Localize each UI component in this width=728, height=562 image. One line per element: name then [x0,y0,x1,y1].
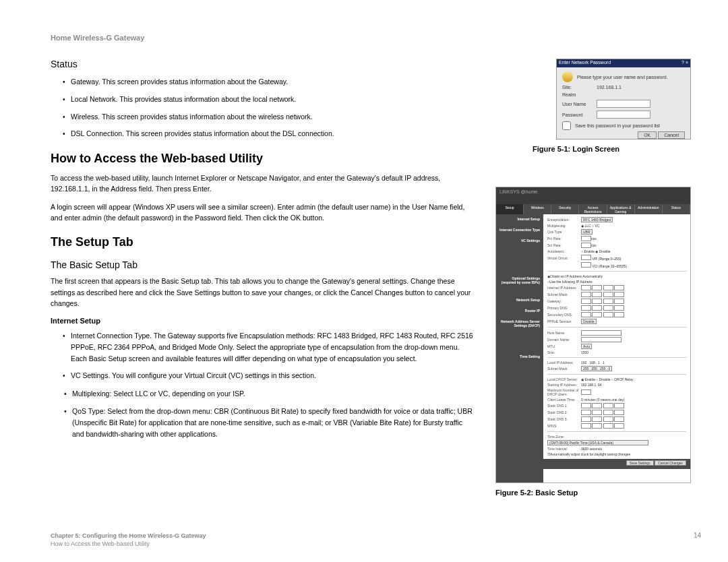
side-label: Router IP [497,309,542,313]
tab-setup[interactable]: Setup [496,204,524,214]
login-dialog-title: Enter Network Password [559,60,611,67]
page-number: 14 [694,532,701,539]
cancel-button[interactable]: Cancel [658,131,685,139]
s1-label: Static DNS 1: [547,404,581,408]
access-para-1: To access the web-based utility, launch … [51,173,475,195]
lease-value[interactable]: 0 minutes (0 means one day) [581,398,625,402]
host-label: Host Name: [547,331,581,335]
tab-apps[interactable]: Applications & Gaming [607,204,635,214]
figure-basic-setup: LINKSYS @home Setup Wireless Security Ac… [495,187,691,483]
max-input[interactable] [581,389,591,395]
wins-label: WINS: [547,424,581,428]
setup-config-panel: Encapsulation:RFC 1483 Bridged Multiplex… [543,214,690,482]
ip-label: Internet IP Address: [547,286,581,290]
tab-status[interactable]: Status [663,204,690,214]
status-heading: Status [51,59,475,69]
user-input[interactable] [597,100,650,108]
scr-input[interactable] [581,243,591,248]
setup-nav: Setup Wireless Security Access Restricti… [496,204,690,214]
use-label[interactable]: Use the following IP Address: [549,280,593,284]
scr-label: Scr Rate: [547,243,581,247]
ip-1[interactable] [581,285,591,290]
mask-label: Subnet Mask: [547,292,581,296]
save-pw-checkbox[interactable] [562,121,571,130]
figure-login-caption: Figure 5-1: Login Screen [533,145,691,153]
qos-select[interactable]: UBR [581,229,593,235]
pw-label: Password [562,113,593,117]
side-label: Optional Settings (required by some ISPs… [497,276,542,284]
side-label: Network Setup [497,298,542,302]
pdns-label: Primary DNS: [547,306,581,310]
realm-label: Realm [562,92,593,97]
side-label: VC Settings [497,239,542,243]
internet-subitem: Multiplexing: Select LLC or VC, dependin… [64,388,475,400]
lease-label: Client Lease Time: [547,398,581,402]
mtu-label: MTU: [547,344,581,348]
vpi-input[interactable] [581,255,591,260]
key-icon [562,71,573,82]
tab-admin[interactable]: Administration [635,204,663,214]
ti-value[interactable]: 3600 seconds [581,447,602,451]
start-value[interactable]: 192.168.1. 64 [581,383,602,387]
pppoe-label: PPPoE Session: [547,319,581,323]
size-label: Size: [547,350,581,354]
qos-label: Qos Type: [547,230,581,234]
cancel-changes-button[interactable]: Cancel Changes [655,460,686,466]
pw-input[interactable] [597,111,650,119]
dhcp-label: Local DHCP Server: [547,377,581,381]
document-header: Home Wireless-G Gateway [51,34,701,42]
domain-label: Domain Name: [547,338,581,342]
lip-value[interactable]: 192 . 168 . 1 . 1 [581,361,605,365]
smask-select[interactable]: 255 . 255 . 255 . 0 [581,366,612,371]
status-list: Gateway. This screen provides status inf… [63,76,475,139]
side-label: Internet Connection Type [497,228,542,232]
enc-select[interactable]: RFC 1483 Bridged [581,217,613,222]
max-label: Maximum Number of DHCP Users: [547,388,581,396]
adj-label[interactable]: Automatically adjust clock for daylight … [550,452,630,456]
auto-value[interactable]: ○ Enable ◉ Disable [581,249,686,253]
tab-access[interactable]: Access Restrictions [579,204,607,214]
internet-sublist: Multiplexing: Select LLC or VC, dependin… [64,388,475,439]
close-icons: ? × [681,60,688,67]
side-label: Internet Setup [497,217,542,221]
size-value: 1500 [581,350,588,354]
status-item: Gateway. This screen provides status inf… [63,76,475,88]
login-msg: Please type your user name and password. [577,75,668,80]
vci-input[interactable] [581,262,591,268]
s2-label: Static DNS 2: [547,410,581,414]
access-para-2: A login screen will appear (Windows XP u… [51,201,475,224]
smask-label: Subnet Mask: [547,367,581,371]
auto-label: Autodetect: [547,249,581,253]
status-item: Wireless. This screen provides status in… [63,111,475,123]
enc-label: Encapsulation: [547,218,581,222]
pppoe-select[interactable]: Disable [581,319,597,324]
host-input[interactable] [581,330,621,336]
gw-label: Gateway: [547,299,581,303]
setup-banner: LINKSYS @home [496,187,690,204]
tz-select[interactable]: (GMT-08:00) Pacific Time (USA & Canada) [547,440,648,445]
internet-item: Internet Connection Type. The Gateway su… [63,330,475,364]
internet-list: Internet Connection Type. The Gateway su… [63,330,475,381]
mux-value[interactable]: ◉ LLC ○ VC [581,224,686,228]
internet-setup-heading: Internet Setup [51,317,475,325]
domain-input[interactable] [581,337,621,342]
content-column: Status Gateway. This screen provides sta… [51,59,475,497]
access-heading: How to Access the Web-based Utility [51,152,475,166]
side-label: Network Address Server Settings (DHCP) [497,319,542,327]
side-label: Time Setting [497,354,542,358]
obtain-label[interactable]: Obtain an IP Address Automatically [550,274,603,278]
internet-subitem: QoS Type: Select from the drop-down menu… [64,406,475,439]
s3-label: Static DNS 3: [547,417,581,421]
tab-wireless[interactable]: Wireless [524,204,551,214]
mtu-select[interactable]: Auto [581,344,592,349]
ok-button[interactable]: OK [638,131,657,139]
dhcp-opts[interactable]: ◉ Enable ○ Disable ○ DHCP Relay [581,377,633,381]
pcr-input[interactable] [581,236,591,241]
tz-label: Time Zone: [547,435,581,439]
status-item: Local Network. This provides status info… [63,94,475,105]
site-value: 192.168.1.1 [597,85,621,90]
save-pw-label: Save this password in your password list [575,123,660,128]
basic-setup-heading: The Basic Setup Tab [51,259,475,270]
tab-security[interactable]: Security [551,204,579,214]
save-settings-button[interactable]: Save Settings [626,460,654,466]
